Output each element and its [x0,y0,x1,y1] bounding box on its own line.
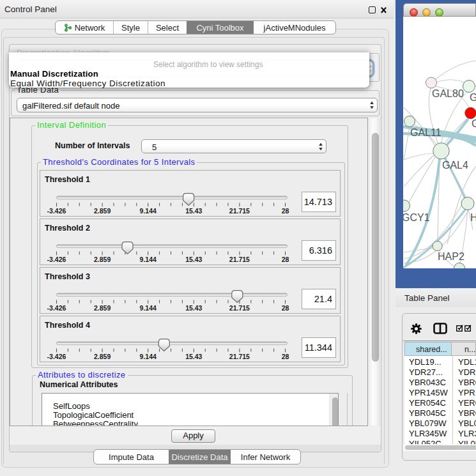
svg-text:GCY1: GCY1 [403,212,430,223]
svg-text:HAP2: HAP2 [438,251,464,262]
svg-text:HA: HA [470,212,476,223]
svg-text:GAL4: GAL4 [442,160,468,171]
svg-text:G: G [472,118,476,129]
svg-text:G: G [470,92,476,103]
svg-text:GAL80: GAL80 [432,88,464,99]
svg-text:GAL11: GAL11 [410,127,441,138]
